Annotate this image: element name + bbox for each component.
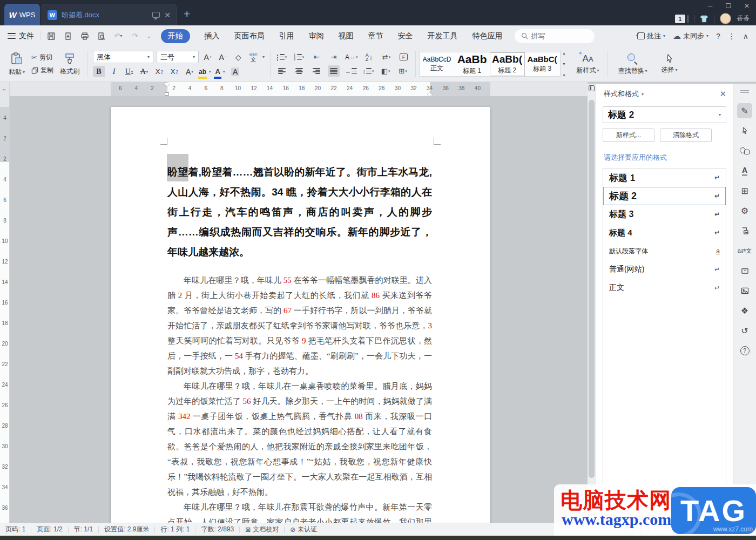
gallery-down-icon[interactable]: ▼ bbox=[562, 62, 566, 66]
style-item-标题 2[interactable]: 标题 2↵ bbox=[603, 187, 726, 205]
horizontal-ruler[interactable]: 642246810121416182022242628303234363840 bbox=[10, 82, 588, 96]
font-size-select[interactable]: 三号▾ bbox=[157, 51, 199, 63]
new-tab-button[interactable]: + bbox=[184, 8, 190, 21]
distribute-button[interactable]: ↔ bbox=[345, 65, 357, 77]
wordart-icon[interactable]: A bbox=[737, 163, 752, 178]
menu-tab-插入[interactable]: 插入 bbox=[205, 31, 220, 41]
align-center-button[interactable] bbox=[293, 65, 305, 77]
bullet-list-button[interactable]: ▾ bbox=[276, 51, 288, 63]
skin-icon[interactable]: 👕 bbox=[700, 15, 708, 23]
paste-button[interactable]: 粘贴▾ bbox=[4, 50, 29, 79]
vertical-scrollbar[interactable]: ▼ ▲▲ ▼▼ bbox=[588, 84, 596, 523]
new-style-button[interactable]: AA 新样式▾ bbox=[572, 51, 604, 77]
status-item[interactable]: 页码: 1 bbox=[0, 525, 31, 534]
message-badge[interactable]: 1 bbox=[675, 15, 685, 23]
sync-button[interactable]: ☁ 未同步▾ bbox=[673, 31, 708, 41]
panel-title-caret-icon[interactable]: ▾ bbox=[642, 92, 644, 97]
menu-tab-审阅[interactable]: 审阅 bbox=[309, 31, 324, 41]
style-item-普通(网站)[interactable]: 普通(网站)↵ bbox=[603, 260, 726, 279]
style-item-正文[interactable]: 正文↵ bbox=[603, 279, 726, 297]
shapes-icon[interactable] bbox=[737, 143, 752, 158]
zoom-slider[interactable] bbox=[681, 529, 730, 530]
gallery-more-icon[interactable]: ▼̱ bbox=[562, 73, 566, 77]
text-tool-button[interactable]: F bbox=[398, 51, 410, 63]
align-left-button[interactable] bbox=[276, 65, 288, 77]
new-style-panel-button[interactable]: 新样式... bbox=[603, 129, 654, 142]
paragraph-4[interactable]: 年味儿在哪里？哦，年味儿在那震耳欲聋的爆竹声中。新年第一天零点开始，人们便没了睡… bbox=[167, 500, 432, 523]
web-view-icon[interactable] bbox=[656, 526, 664, 534]
print-icon[interactable] bbox=[80, 31, 90, 41]
menu-tab-特色应用[interactable]: 特色应用 bbox=[473, 31, 503, 41]
outline-view-icon[interactable] bbox=[640, 526, 649, 534]
translate-icon[interactable]: a⇄文 bbox=[737, 243, 752, 258]
char-shading-button[interactable]: A bbox=[230, 66, 241, 77]
menu-tab-安全[interactable]: 安全 bbox=[398, 31, 413, 41]
user-name[interactable]: 香香 bbox=[737, 14, 750, 23]
status-item[interactable]: 页面: 1/2 bbox=[31, 525, 68, 534]
help-button[interactable]: ? bbox=[716, 32, 720, 40]
fullscreen-icon[interactable]: ⛶ bbox=[746, 526, 751, 533]
close-button[interactable]: ✕ bbox=[744, 2, 750, 10]
document-tab[interactable]: W 盼望着.docx ✕ bbox=[42, 4, 177, 25]
menu-tab-页面布局[interactable]: 页面布局 bbox=[234, 31, 265, 41]
menu-tab-开发工具[interactable]: 开发工具 bbox=[428, 31, 458, 41]
style-card-标题 3[interactable]: AaBbC(标题 3 bbox=[525, 52, 560, 76]
comment-button[interactable]: 批注▾ bbox=[637, 31, 665, 41]
search-input[interactable] bbox=[531, 32, 585, 40]
font-color-button[interactable]: A▾ bbox=[214, 66, 226, 77]
user-avatar[interactable] bbox=[720, 13, 731, 24]
export-icon[interactable] bbox=[63, 31, 73, 41]
decor-badge-icon[interactable]: ❖ bbox=[737, 303, 752, 318]
archive-box-icon[interactable] bbox=[737, 263, 752, 278]
align-right-button[interactable] bbox=[310, 65, 322, 77]
tab-close-icon[interactable]: ✕ bbox=[164, 11, 171, 19]
gallery-up-icon[interactable]: ▲ bbox=[562, 51, 566, 55]
style-card-标题 1[interactable]: AaBb标题 1 bbox=[455, 52, 490, 76]
clear-format-button[interactable]: 清除格式 bbox=[660, 129, 712, 142]
decrease-font-button[interactable]: A− bbox=[217, 51, 229, 63]
status-item[interactable]: 节: 1/1 bbox=[69, 525, 98, 534]
drag-handle-icon[interactable] bbox=[740, 90, 749, 93]
select-cursor-icon[interactable] bbox=[737, 123, 752, 138]
table-icon[interactable]: ⊞ bbox=[737, 183, 752, 198]
panel-close-icon[interactable]: ✕ bbox=[719, 89, 726, 99]
print-preview-icon[interactable] bbox=[97, 31, 106, 41]
current-style-select[interactable]: 标题 2 ▾ bbox=[603, 106, 726, 123]
vertical-ruler[interactable]: 4224681012141618202224262830323436 bbox=[0, 96, 10, 523]
zoom-out-icon[interactable]: − bbox=[671, 526, 674, 534]
find-replace-button[interactable]: 查找替换▾ bbox=[614, 51, 652, 78]
image-icon[interactable] bbox=[737, 283, 752, 298]
next-page-icon[interactable]: ▼▼ bbox=[588, 513, 596, 518]
save-icon[interactable] bbox=[46, 31, 56, 41]
bold-button[interactable]: B bbox=[93, 66, 105, 77]
justify-button[interactable] bbox=[328, 65, 340, 77]
page-view-icon[interactable] bbox=[625, 526, 634, 534]
paragraph-3[interactable]: 年味儿在哪里？哦，年味儿在一桌桌香喷喷的菜肴里。腊月底，妈妈为过年的饭菜忙活了 … bbox=[167, 379, 432, 500]
clear-format-button[interactable]: ◇ bbox=[232, 51, 244, 63]
redo-icon[interactable]: ↷ bbox=[130, 31, 140, 41]
more-menu-icon[interactable]: ⋮ bbox=[728, 32, 735, 40]
undo-icon[interactable]: ↶▾ bbox=[113, 31, 123, 41]
menu-tab-视图[interactable]: 视图 bbox=[339, 31, 354, 41]
right-indent-marker[interactable] bbox=[427, 92, 433, 96]
scrollbar-thumb[interactable] bbox=[589, 100, 595, 478]
status-item[interactable]: 设置值: 2.9厘米 bbox=[99, 525, 154, 534]
edit-pen-icon[interactable]: ✎ bbox=[737, 103, 752, 118]
style-item-标题 3[interactable]: 标题 3↵ bbox=[603, 205, 726, 224]
style-card-标题 2[interactable]: AaBb(标题 2 bbox=[490, 52, 525, 76]
increase-indent-button[interactable]: ⇥ bbox=[328, 51, 340, 63]
tab-screen-icon[interactable] bbox=[152, 12, 160, 18]
pinyin-guide-button[interactable]: wén文 bbox=[247, 51, 259, 63]
italic-button[interactable]: I bbox=[108, 66, 120, 77]
cut-button[interactable]: ✂剪切 bbox=[31, 53, 53, 62]
document-page[interactable]: 盼望着,盼望着……翘首以盼的新年近了。街市上车水马龙,人山人海，好不热闹。34 … bbox=[111, 107, 490, 523]
superscript-button[interactable]: X2 bbox=[153, 66, 165, 77]
shading-button[interactable]: ◧▾ bbox=[380, 65, 392, 77]
command-search[interactable] bbox=[515, 29, 595, 43]
proofread-button[interactable]: ⊠ 文档校对 bbox=[240, 525, 284, 534]
zoom-in-icon[interactable]: + bbox=[736, 526, 740, 534]
font-family-select[interactable]: 黑体▾ bbox=[93, 51, 153, 63]
status-item[interactable]: 行: 1 列: 1 bbox=[155, 525, 195, 534]
format-painter-button[interactable]: 格式刷 bbox=[56, 50, 84, 78]
subscript-button[interactable]: X2 bbox=[168, 66, 180, 77]
